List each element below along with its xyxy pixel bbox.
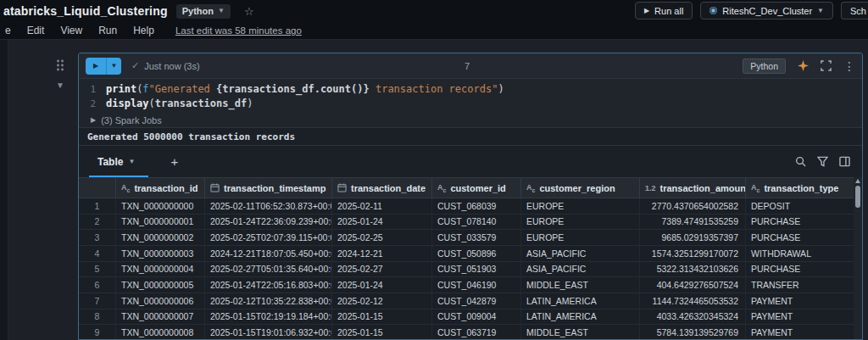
table-cell: CUST_046190 <box>432 277 521 293</box>
top-bar-actions: ▶ Run all RiteshC_Dev_Cluster ▼ Sch <box>635 2 868 20</box>
table-cell: TXN_0000000005 <box>116 277 205 293</box>
column-header-transaction_date[interactable]: transaction_date <box>332 178 432 198</box>
favorite-star-icon[interactable]: ☆ <box>244 5 254 18</box>
table-row[interactable]: 7TXN_00000000062025-02-12T10:35:22.838+0… <box>79 293 862 309</box>
table-cell: CUST_051903 <box>432 262 521 277</box>
menu-item-edit[interactable]: Edit <box>27 25 45 36</box>
menu-item-view[interactable]: View <box>60 25 82 36</box>
table-cell: 2024-12-21T18:07:05.450+00:00 <box>205 246 332 261</box>
table-cell: 2770.4370654002582 <box>640 198 746 214</box>
schedule-label: Sch <box>850 6 866 16</box>
table-row[interactable]: 3TXN_00000000022025-02-25T02:07:39.115+0… <box>79 230 862 246</box>
column-header-transaction_amount[interactable]: 1.2transaction_amount <box>640 178 746 198</box>
line-number: 1 <box>79 82 106 97</box>
column-header-customer_id[interactable]: Accustomer_id <box>432 178 521 198</box>
tab-table-label: Table <box>97 156 123 168</box>
table-cell: LATIN_AMERICA <box>521 293 640 309</box>
row-number: 6 <box>79 277 116 293</box>
code-lines: 1print(f"Generated {transactions_df.coun… <box>79 82 862 111</box>
calendar-clock-icon <box>210 183 220 192</box>
table-cell: PURCHASE <box>746 215 862 230</box>
table-cell: CUST_063719 <box>432 325 521 340</box>
expander-arrow-icon: ▶ <box>91 116 96 124</box>
code-line[interactable]: 1print(f"Generated {transactions_df.coun… <box>79 82 862 97</box>
assistant-sparkle-icon[interactable] <box>798 60 809 71</box>
table-row[interactable]: 1TXN_00000000002025-02-11T06:52:30.873+0… <box>79 198 862 215</box>
table-cell: 2025-02-27 <box>332 262 432 277</box>
table-row[interactable]: 4TXN_00000000032024-12-21T18:07:05.450+0… <box>79 246 862 262</box>
search-icon[interactable] <box>795 156 806 167</box>
column-header-transaction_timestamp[interactable]: transaction_timestamp <box>205 178 332 198</box>
language-selector[interactable]: Python ▼ <box>176 4 231 19</box>
column-header-transaction_type[interactable]: Actransaction_type <box>746 178 862 198</box>
menu-item-run[interactable]: Run <box>98 25 117 36</box>
table-row[interactable]: 2TXN_00000000012025-01-24T22:36:09.239+0… <box>79 215 862 231</box>
add-visualization-button[interactable]: + <box>170 154 178 169</box>
table-cell: TXN_0000000002 <box>116 230 205 245</box>
run-cell-button[interactable]: ▶ ▼ <box>86 58 121 75</box>
menu-item-e[interactable]: e <box>5 25 11 36</box>
column-label: transaction_id <box>134 183 198 193</box>
table-cell: 7389.47491535259 <box>640 215 746 230</box>
code-text: display(transactions_df) <box>106 97 253 111</box>
cell-language-badge[interactable]: Python <box>743 59 786 74</box>
table-row[interactable]: 8TXN_00000000072025-01-15T02:19:19.184+0… <box>79 309 862 326</box>
table-row[interactable]: 6TXN_00000000052025-01-24T22:05:16.803+0… <box>79 277 862 293</box>
schedule-button[interactable]: Sch <box>841 2 868 20</box>
run-all-button[interactable]: ▶ Run all <box>635 2 693 20</box>
table-cell: 2025-01-15 <box>332 309 432 325</box>
scroll-up-arrow-icon[interactable] <box>855 179 860 183</box>
calendar-icon <box>337 183 347 192</box>
expand-fullscreen-icon[interactable] <box>821 60 832 71</box>
table-cell: MIDDLE_EAST <box>521 277 640 293</box>
table-cell: 1144.7324465053532 <box>640 293 746 309</box>
column-header-customer_region[interactable]: Accustomer_region <box>521 178 640 198</box>
table-cell: WITHDRAWAL <box>746 246 862 261</box>
cluster-selector[interactable]: RiteshC_Dev_Cluster ▼ <box>700 2 833 20</box>
results-tab-bar: Table ▼ + <box>79 145 862 177</box>
filter-icon[interactable] <box>817 156 828 167</box>
table-cell: 2025-02-11T06:52:30.873+00:00 <box>205 198 332 214</box>
column-label: transaction_amount <box>660 183 746 193</box>
last-edit-link[interactable]: Last edit was 58 minutes ago <box>175 25 302 36</box>
cluster-status-icon <box>709 7 717 14</box>
table-cell: EUROPE <box>521 215 640 230</box>
tab-table[interactable]: Table ▼ <box>94 146 138 177</box>
column-header-transaction_id[interactable]: Actransaction_id <box>116 178 205 198</box>
row-number-header <box>79 178 116 198</box>
string-type-icon: Ac <box>751 183 760 193</box>
spark-jobs-expander[interactable]: ▶ (3) Spark Jobs <box>79 113 862 127</box>
table-cell: 1574.3251299170072 <box>640 246 746 261</box>
table-scrollbar[interactable] <box>854 177 862 340</box>
table-cell: MIDDLE_EAST <box>521 325 640 340</box>
table-row[interactable]: 5TXN_00000000042025-02-27T05:01:35.640+0… <box>79 262 862 278</box>
results-table: Actransaction_idtransaction_timestamptra… <box>79 177 862 340</box>
cell-toolbar-actions: Python ⋮ <box>743 59 855 74</box>
table-cell: 2025-01-15T02:19:19.184+00:00 <box>205 309 332 325</box>
scrollbar-thumb[interactable] <box>855 186 860 208</box>
code-line[interactable]: 2display(transactions_df) <box>79 97 862 111</box>
table-cell: PURCHASE <box>746 230 862 245</box>
drag-handle-icon[interactable] <box>56 59 64 71</box>
row-number: 7 <box>79 293 116 309</box>
cell-output: Generated 5000000 transaction records <box>79 127 862 145</box>
menu-bar: eEditViewRunHelp Last edit was 58 minute… <box>0 22 868 40</box>
code-text: print(f"Generated {transactions_df.count… <box>106 82 504 97</box>
code-editor[interactable]: 1print(f"Generated {transactions_df.coun… <box>79 79 862 113</box>
table-cell: EUROPE <box>521 230 640 245</box>
menu-item-help[interactable]: Help <box>133 25 154 36</box>
column-label: customer_region <box>539 183 615 193</box>
table-cell: 2025-01-15 <box>332 325 432 340</box>
row-number: 3 <box>79 230 116 245</box>
table-row[interactable]: 9TXN_00000000082025-01-15T19:01:06.932+0… <box>79 325 862 340</box>
chevron-down-icon: ▼ <box>128 159 135 165</box>
side-panel-icon[interactable] <box>839 156 850 167</box>
play-icon[interactable]: ▶ <box>86 58 107 75</box>
collapse-cell-icon[interactable]: ▼ <box>56 81 64 90</box>
run-options-chevron-icon[interactable]: ▼ <box>107 58 121 75</box>
cell-menu-kebab-icon[interactable]: ⋮ <box>843 59 855 73</box>
table-cell: EUROPE <box>521 198 640 214</box>
top-bar: atabricks_Liquid_Clustering Python ▼ ☆ ▶… <box>0 0 868 22</box>
line-number: 2 <box>79 97 106 111</box>
table-cell: TXN_0000000003 <box>116 246 205 261</box>
